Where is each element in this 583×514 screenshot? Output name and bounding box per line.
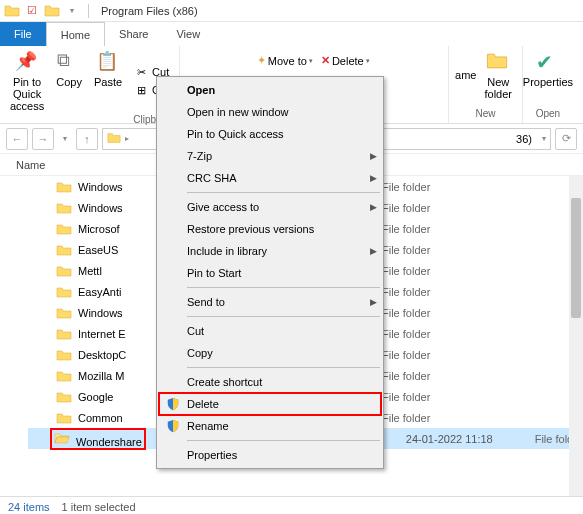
context-menu-item-rename[interactable]: Rename — [159, 415, 381, 437]
context-menu-item-give-access-to[interactable]: Give access to▶ — [159, 196, 381, 218]
x-icon: ✕ — [321, 54, 330, 67]
context-menu-item-include-in-library[interactable]: Include in library▶ — [159, 240, 381, 262]
menu-icon-placeholder — [163, 221, 183, 237]
context-menu-item-crc-sha[interactable]: CRC SHA▶ — [159, 167, 381, 189]
folder-icon — [56, 368, 72, 384]
nav-up-button[interactable]: ↑ — [76, 128, 98, 150]
shield-icon — [163, 396, 183, 412]
paste-button[interactable]: 📋 Paste — [90, 48, 126, 114]
context-menu-item-properties[interactable]: Properties — [159, 444, 381, 466]
scrollbar[interactable] — [569, 176, 583, 496]
rename-fragment: ame — [455, 69, 476, 81]
tab-file[interactable]: File — [0, 22, 46, 46]
folder-icon — [56, 347, 72, 363]
context-menu-item-pin-to-start[interactable]: Pin to Start — [159, 262, 381, 284]
submenu-arrow-icon: ▶ — [370, 246, 377, 256]
menu-icon-placeholder — [163, 374, 183, 390]
folder-icon — [56, 200, 72, 216]
menu-icon-placeholder — [163, 104, 183, 120]
menu-icon-placeholder — [163, 265, 183, 281]
nav-fwd-button[interactable]: → — [32, 128, 54, 150]
menu-item-label: Delete — [187, 398, 377, 410]
folder-icon — [56, 326, 72, 342]
context-menu-item-cut[interactable]: Cut — [159, 320, 381, 342]
context-menu-item-7-zip[interactable]: 7-Zip▶ — [159, 145, 381, 167]
menu-item-label: 7-Zip — [187, 150, 370, 162]
context-menu-item-restore-previous-versions[interactable]: Restore previous versions — [159, 218, 381, 240]
move-to-button[interactable]: ✦Move to▾ — [257, 54, 313, 67]
menu-item-label: CRC SHA — [187, 172, 370, 184]
folder-icon — [56, 410, 72, 426]
menu-item-label: Copy — [187, 347, 377, 359]
menu-icon-placeholder — [163, 148, 183, 164]
open-group-label: Open — [536, 108, 560, 121]
new-folder-button[interactable]: New folder — [480, 48, 516, 102]
folder-icon — [56, 389, 72, 405]
menu-icon-placeholder — [163, 323, 183, 339]
qat-dropdown-icon[interactable]: ▼ — [64, 3, 80, 19]
menu-item-label: Include in library — [187, 245, 370, 257]
menu-icon-placeholder — [163, 82, 183, 98]
nav-back-button[interactable]: ← — [6, 128, 28, 150]
folder-icon — [4, 3, 20, 19]
tab-home[interactable]: Home — [46, 22, 105, 46]
properties-button[interactable]: ✔ Properties — [519, 48, 577, 108]
context-menu: OpenOpen in new windowPin to Quick acces… — [156, 76, 384, 469]
qat-props-icon[interactable]: ☑ — [24, 3, 40, 19]
context-menu-item-open[interactable]: Open — [159, 79, 381, 101]
copy-icon: ⧉ — [57, 50, 81, 74]
tab-view[interactable]: View — [162, 22, 214, 46]
menu-item-label: Restore previous versions — [187, 223, 377, 235]
context-menu-separator — [187, 192, 380, 193]
menu-icon-placeholder — [163, 294, 183, 310]
context-menu-item-pin-to-quick-access[interactable]: Pin to Quick access — [159, 123, 381, 145]
new-group-label: New — [476, 108, 496, 121]
folder-icon — [56, 284, 72, 300]
menu-item-label: Send to — [187, 296, 370, 308]
folder-icon — [56, 179, 72, 195]
nav-history-button[interactable]: ▾ — [58, 128, 72, 150]
context-menu-item-create-shortcut[interactable]: Create shortcut — [159, 371, 381, 393]
path-text: 36) — [516, 133, 532, 145]
menu-item-label: Pin to Start — [187, 267, 377, 279]
submenu-arrow-icon: ▶ — [370, 173, 377, 183]
path-icon: ⊞ — [134, 83, 148, 97]
folder-icon-2 — [44, 3, 60, 19]
context-menu-item-delete[interactable]: Delete — [159, 393, 381, 415]
breadcrumb-sep: ▸ — [125, 134, 129, 143]
menu-item-label: Cut — [187, 325, 377, 337]
menu-icon-placeholder — [163, 345, 183, 361]
col-name-header[interactable]: Name — [0, 159, 160, 171]
copy-button[interactable]: ⧉ Copy — [52, 48, 86, 114]
file-name: Wondershare — [76, 436, 142, 448]
scrollbar-thumb[interactable] — [571, 198, 581, 318]
selection-count: 1 item selected — [62, 501, 136, 513]
folder-icon — [56, 242, 72, 258]
context-menu-separator — [187, 440, 380, 441]
folder-icon — [56, 305, 72, 321]
delete-button[interactable]: ✕Delete▾ — [321, 54, 370, 67]
menu-icon-placeholder — [163, 170, 183, 186]
submenu-arrow-icon: ▶ — [370, 297, 377, 307]
menu-icon-placeholder — [163, 126, 183, 142]
item-count: 24 items — [8, 501, 50, 513]
scissors-icon: ✂ — [134, 65, 148, 79]
folder-icon — [107, 131, 121, 147]
tab-share[interactable]: Share — [105, 22, 162, 46]
refresh-button[interactable]: ⟳ — [555, 128, 577, 150]
context-menu-item-copy[interactable]: Copy — [159, 342, 381, 364]
context-menu-separator — [187, 316, 380, 317]
submenu-arrow-icon: ▶ — [370, 202, 377, 212]
context-menu-item-send-to[interactable]: Send to▶ — [159, 291, 381, 313]
menu-item-label: Create shortcut — [187, 376, 377, 388]
context-menu-item-open-in-new-window[interactable]: Open in new window — [159, 101, 381, 123]
chevron-down-icon[interactable]: ▾ — [542, 134, 546, 143]
pin-to-quick-access-button[interactable]: 📌 Pin to Quick access — [6, 48, 48, 114]
menu-icon-placeholder — [163, 199, 183, 215]
menu-item-label: Rename — [187, 420, 377, 432]
menu-icon-placeholder — [163, 447, 183, 463]
chevron-down-icon: ▾ — [366, 57, 370, 65]
context-menu-separator — [187, 367, 380, 368]
menu-icon-placeholder — [163, 243, 183, 259]
context-menu-separator — [187, 287, 380, 288]
